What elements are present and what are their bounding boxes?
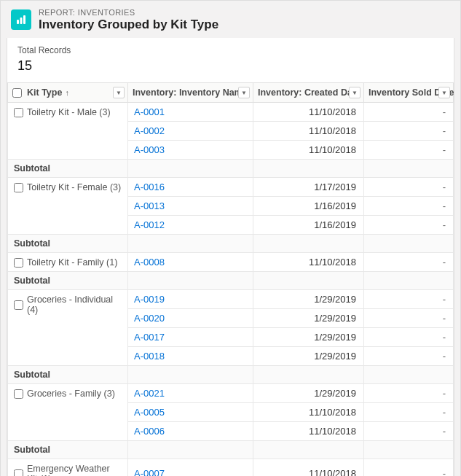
inventory-name-cell: A-0002 [128,122,253,141]
created-date-cell: 11/10/2018 [253,459,364,477]
group-cell: Toiletry Kit - Male (3) [8,103,128,160]
col-kit-type[interactable]: Kit Type ↑ ▼ [8,83,128,103]
inventory-name-cell: A-0005 [128,403,253,422]
inventory-link[interactable]: A-0005 [134,407,165,418]
subtotal-empty [253,235,364,253]
subtotal-empty [128,160,253,178]
created-date-cell: 1/17/2019 [253,178,364,197]
inventory-name-cell: A-0019 [128,290,253,309]
col-sold-date-menu[interactable]: ▼ [438,87,450,98]
col-kit-type-menu[interactable]: ▼ [113,87,125,98]
inventory-name-cell: A-0008 [128,253,253,272]
subtotal-empty [128,441,253,459]
inventory-link[interactable]: A-0003 [134,144,165,155]
subtotal-empty [128,272,253,290]
inventory-link[interactable]: A-0002 [134,125,165,136]
group-label: Groceries - Individual (4) [27,294,122,315]
col-sold-date[interactable]: Inventory Sold Date ▼ [364,83,454,103]
sold-date-cell: - [364,216,454,235]
sold-date-cell: - [364,347,454,366]
table-row: Toiletry Kit - Male (3)A-000111/10/2018- [8,103,454,122]
col-inventory-name[interactable]: Inventory: Inventory Name ▼ [128,83,253,103]
subtotal-empty [364,366,454,384]
inventory-link[interactable]: A-0013 [134,200,165,211]
sold-date-cell: - [364,384,454,403]
svg-rect-0 [17,20,19,24]
created-date-cell: 1/29/2019 [253,309,364,328]
group-label: Groceries - Family (3) [27,389,115,399]
inventory-link[interactable]: A-0007 [134,468,165,476]
inventory-name-cell: A-0007 [128,459,253,477]
inventory-link[interactable]: A-0006 [134,426,165,437]
group-checkbox[interactable] [14,300,23,310]
col-created-date-menu[interactable]: ▼ [349,87,360,98]
inventory-link[interactable]: A-0018 [134,351,165,362]
subtotal-empty [364,235,454,253]
created-date-cell: 11/10/2018 [253,403,364,422]
group-checkbox[interactable] [14,469,23,477]
inventory-link[interactable]: A-0021 [134,388,165,399]
subtotal-label: Subtotal [8,160,128,178]
group-label: Emergency Weather Kit (1) [27,464,122,476]
inventory-name-cell: A-0021 [128,384,253,403]
group-cell: Emergency Weather Kit (1) [8,459,128,477]
inventory-name-cell: A-0016 [128,178,253,197]
svg-rect-1 [20,17,23,24]
group-checkbox[interactable] [14,389,23,399]
group-cell: Toiletry Kit - Family (1) [8,253,128,272]
inventory-name-cell: A-0018 [128,347,253,366]
group-checkbox[interactable] [14,258,23,268]
group-cell: Toiletry Kit - Female (3) [8,178,128,235]
subtotal-row: Subtotal [8,366,454,384]
total-records-value: 15 [17,55,444,81]
group-checkbox[interactable] [14,108,23,117]
report-panel: Total Records 15 Kit Type ↑ ▼ [7,38,454,476]
inventory-name-cell: A-0013 [128,197,253,216]
group-checkbox[interactable] [14,183,23,192]
table-header-row: Kit Type ↑ ▼ Inventory: Inventory Name ▼ [8,83,454,103]
inventory-link[interactable]: A-0016 [134,182,165,192]
report-title: Inventory Grouped by Kit Type [39,17,218,32]
sold-date-cell: - [364,141,454,160]
inventory-link[interactable]: A-0008 [134,257,165,268]
subtotal-empty [128,235,253,253]
inventory-link[interactable]: A-0017 [134,332,165,343]
svg-rect-2 [23,15,25,24]
group-label: Toiletry Kit - Family (1) [27,257,117,268]
col-inventory-name-menu[interactable]: ▼ [238,87,250,98]
col-kit-type-label: Kit Type [27,87,62,98]
group-label: Toiletry Kit - Male (3) [27,107,111,117]
sold-date-cell: - [364,178,454,197]
select-all-checkbox[interactable] [12,88,22,98]
created-date-cell: 11/10/2018 [253,103,364,122]
created-date-cell: 11/10/2018 [253,141,364,160]
subtotal-empty [253,441,364,459]
sold-date-cell: - [364,290,454,309]
subtotal-empty [364,272,454,290]
report-page: REPORT: INVENTORIES Inventory Grouped by… [0,0,461,476]
subtotal-label: Subtotal [8,441,128,459]
inventory-link[interactable]: A-0012 [134,219,165,230]
sold-date-cell: - [364,103,454,122]
subtotal-label: Subtotal [8,235,128,253]
sold-date-cell: - [364,422,454,441]
col-created-date[interactable]: Inventory: Created Date ▼ [253,83,364,103]
subtotal-row: Subtotal [8,441,454,459]
subtotal-row: Subtotal [8,235,454,253]
subtotal-row: Subtotal [8,272,454,290]
created-date-cell: 11/10/2018 [253,253,364,272]
inventory-name-cell: A-0020 [128,309,253,328]
inventory-link[interactable]: A-0001 [134,106,165,117]
report-table: Kit Type ↑ ▼ Inventory: Inventory Name ▼ [7,82,454,476]
created-date-cell: 1/29/2019 [253,347,364,366]
created-date-cell: 1/29/2019 [253,290,364,309]
group-cell: Groceries - Individual (4) [8,290,128,366]
subtotal-label: Subtotal [8,366,128,384]
inventory-link[interactable]: A-0020 [134,313,165,324]
report-icon [11,9,31,30]
sold-date-cell: - [364,122,454,141]
subtotal-empty [364,160,454,178]
inventory-link[interactable]: A-0019 [134,294,165,305]
table-row: Toiletry Kit - Female (3)A-00161/17/2019… [8,178,454,197]
header-text: REPORT: INVENTORIES Inventory Grouped by… [39,8,218,32]
